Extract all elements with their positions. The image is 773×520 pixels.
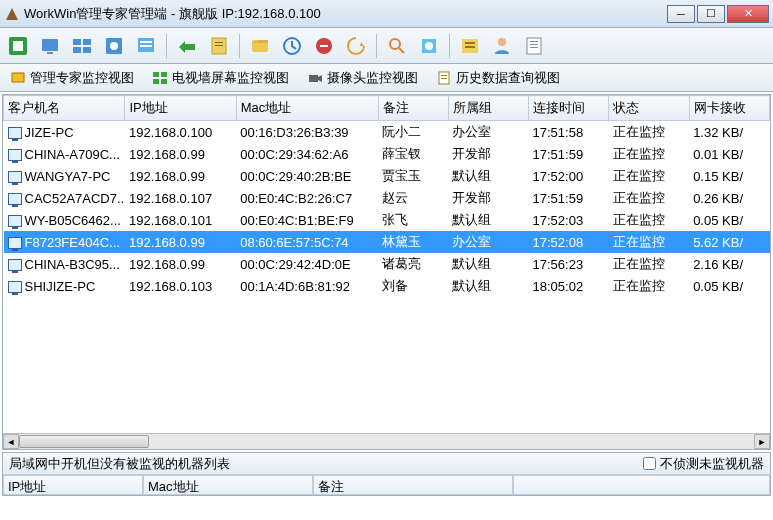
cell-note: 阮小二 xyxy=(378,121,448,144)
cell-name: WY-B05C6462... xyxy=(4,209,125,231)
cell-note: 林黛玉 xyxy=(378,231,448,253)
svg-rect-26 xyxy=(465,46,475,48)
col-time[interactable]: 连接时间 xyxy=(529,96,609,121)
col-ip[interactable]: IP地址 xyxy=(125,96,236,121)
cell-mac: 00:0C:29:40:2B:BE xyxy=(236,165,378,187)
cell-group: 默认组 xyxy=(448,165,528,187)
table-row[interactable]: CAC52A7ACD7...192.168.0.10700:E0:4C:B2:2… xyxy=(4,187,770,209)
toolbar-btn-10[interactable] xyxy=(310,32,338,60)
view-camera[interactable]: 摄像头监控视图 xyxy=(303,67,422,89)
scroll-left-arrow[interactable]: ◄ xyxy=(3,434,19,449)
toolbar-btn-6[interactable] xyxy=(173,32,201,60)
bottom-col-mac[interactable]: Mac地址 xyxy=(143,475,313,495)
cell-status: 正在监控 xyxy=(609,187,689,209)
cell-time: 17:51:59 xyxy=(529,187,609,209)
col-client-name[interactable]: 客户机名 xyxy=(4,96,125,121)
col-note[interactable]: 备注 xyxy=(378,96,448,121)
toolbar-btn-13[interactable] xyxy=(415,32,443,60)
cell-group: 办公室 xyxy=(448,121,528,144)
toolbar-btn-9[interactable] xyxy=(278,32,306,60)
client-table[interactable]: 客户机名 IP地址 Mac地址 备注 所属组 连接时间 状态 网卡接收 JIZE… xyxy=(3,95,770,297)
cell-net: 0.01 KB/ xyxy=(689,143,769,165)
table-row[interactable]: WY-B05C6462...192.168.0.10100:E0:4C:B1:B… xyxy=(4,209,770,231)
svg-rect-39 xyxy=(441,75,447,76)
cell-mac: 08:60:6E:57:5C:74 xyxy=(236,231,378,253)
cell-mac: 00:16:D3:26:B3:39 xyxy=(236,121,378,144)
cell-note: 贾宝玉 xyxy=(378,165,448,187)
maximize-button[interactable]: ☐ xyxy=(697,5,725,23)
svg-rect-12 xyxy=(140,45,152,47)
app-icon xyxy=(4,6,20,22)
cell-status: 正在监控 xyxy=(609,209,689,231)
cell-status: 正在监控 xyxy=(609,165,689,187)
toolbar-btn-2[interactable] xyxy=(36,32,64,60)
svg-rect-7 xyxy=(83,47,91,53)
svg-point-9 xyxy=(110,42,118,50)
cell-time: 18:05:02 xyxy=(529,275,609,297)
minimize-button[interactable]: ─ xyxy=(667,5,695,23)
cell-ip: 192.168.0.99 xyxy=(125,231,236,253)
cell-status: 正在监控 xyxy=(609,253,689,275)
svg-point-20 xyxy=(390,39,400,49)
close-button[interactable]: ✕ xyxy=(727,5,769,23)
view-history-label: 历史数据查询视图 xyxy=(456,69,560,87)
toolbar-btn-12[interactable] xyxy=(383,32,411,60)
cell-group: 默认组 xyxy=(448,209,528,231)
toolbar-separator xyxy=(166,34,167,58)
scroll-right-arrow[interactable]: ► xyxy=(754,434,770,449)
cell-name: CHINA-A709C... xyxy=(4,143,125,165)
table-row[interactable]: JIZE-PC192.168.0.10000:16:D3:26:B3:39阮小二… xyxy=(4,121,770,144)
view-history[interactable]: 历史数据查询视图 xyxy=(432,67,564,89)
table-row[interactable]: F8723FE404C...192.168.0.9908:60:6E:57:5C… xyxy=(4,231,770,253)
bottom-columns: IP地址 Mac地址 备注 xyxy=(3,475,770,495)
toolbar-btn-14[interactable] xyxy=(456,32,484,60)
cell-ip: 192.168.0.100 xyxy=(125,121,236,144)
bottom-col-note[interactable]: 备注 xyxy=(313,475,513,495)
col-mac[interactable]: Mac地址 xyxy=(236,96,378,121)
computer-icon xyxy=(8,171,22,183)
view-monitor[interactable]: 管理专家监控视图 xyxy=(6,67,138,89)
scroll-thumb[interactable] xyxy=(19,435,149,448)
bottom-panel: 局域网中开机但没有被监视的机器列表 不侦测未监视机器 IP地址 Mac地址 备注 xyxy=(2,452,771,496)
toolbar-btn-7[interactable] xyxy=(205,32,233,60)
main-toolbar xyxy=(0,28,773,64)
toolbar-btn-16[interactable] xyxy=(520,32,548,60)
cell-time: 17:51:59 xyxy=(529,143,609,165)
table-row[interactable]: SHIJIZE-PC192.168.0.10300:1A:4D:6B:81:92… xyxy=(4,275,770,297)
col-status[interactable]: 状态 xyxy=(609,96,689,121)
col-net[interactable]: 网卡接收 xyxy=(689,96,769,121)
toolbar-btn-11[interactable] xyxy=(342,32,370,60)
view-wall[interactable]: 电视墙屏幕监控视图 xyxy=(148,67,293,89)
toolbar-btn-4[interactable] xyxy=(100,32,128,60)
computer-icon xyxy=(8,127,22,139)
toolbar-btn-5[interactable] xyxy=(132,32,160,60)
cell-name: JIZE-PC xyxy=(4,121,125,144)
svg-rect-11 xyxy=(140,41,152,43)
cell-note: 薛宝钗 xyxy=(378,143,448,165)
svg-rect-29 xyxy=(530,41,538,42)
table-row[interactable]: CHINA-B3C95...192.168.0.9900:0C:29:42:4D… xyxy=(4,253,770,275)
computer-icon xyxy=(8,237,22,249)
svg-rect-1 xyxy=(13,41,23,51)
table-row[interactable]: CHINA-A709C...192.168.0.9900:0C:29:34:62… xyxy=(4,143,770,165)
titlebar: WorkWin管理专家管理端 - 旗舰版 IP:192.168.0.100 ─ … xyxy=(0,0,773,28)
no-detect-checkbox[interactable]: 不侦测未监视机器 xyxy=(643,455,764,473)
cell-note: 刘备 xyxy=(378,275,448,297)
toolbar-btn-3[interactable] xyxy=(68,32,96,60)
no-detect-checkbox-input[interactable] xyxy=(643,457,656,470)
view-camera-label: 摄像头监控视图 xyxy=(327,69,418,87)
cell-status: 正在监控 xyxy=(609,275,689,297)
cell-note: 张飞 xyxy=(378,209,448,231)
table-row[interactable]: WANGYA7-PC192.168.0.9900:0C:29:40:2B:BE贾… xyxy=(4,165,770,187)
toolbar-btn-1[interactable] xyxy=(4,32,32,60)
bottom-col-ip[interactable]: IP地址 xyxy=(3,475,143,495)
toolbar-btn-15[interactable] xyxy=(488,32,516,60)
toolbar-btn-8[interactable] xyxy=(246,32,274,60)
cell-name: SHIJIZE-PC xyxy=(4,275,125,297)
horizontal-scrollbar[interactable]: ◄ ► xyxy=(3,433,770,449)
col-group[interactable]: 所属组 xyxy=(448,96,528,121)
cell-mac: 00:E0:4C:B2:26:C7 xyxy=(236,187,378,209)
cell-status: 正在监控 xyxy=(609,143,689,165)
cell-mac: 00:0C:29:42:4D:0E xyxy=(236,253,378,275)
svg-rect-25 xyxy=(465,42,475,44)
